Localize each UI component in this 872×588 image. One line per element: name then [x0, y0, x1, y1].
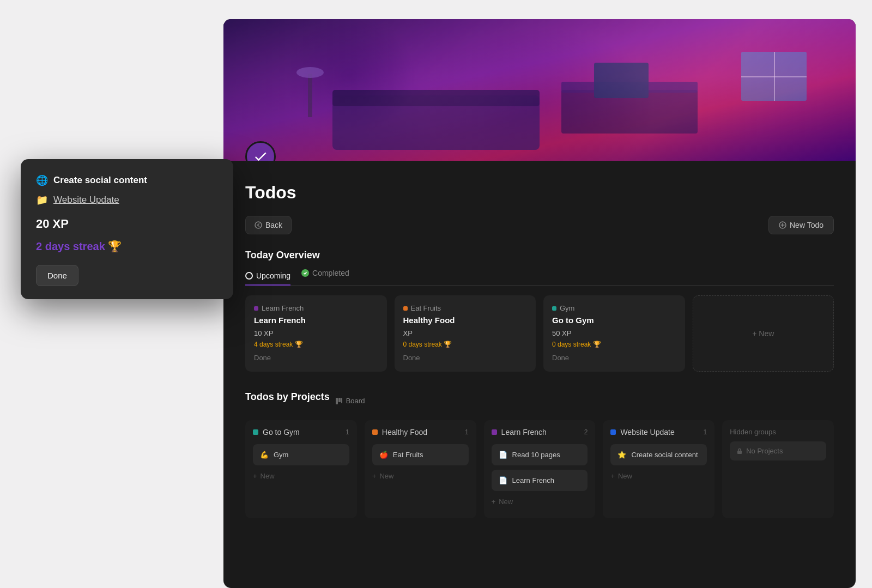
popup-streak: 2 days streak 🏆 — [36, 240, 218, 253]
lock-icon — [736, 448, 743, 454]
card2-status: Done — [403, 354, 528, 362]
col-french-dot — [492, 429, 497, 435]
learn-french-item[interactable]: 📄 Learn French — [492, 470, 588, 491]
content-area: Todos Back New Todo Today Overview — [223, 161, 856, 535]
popup-done-label: Done — [47, 271, 67, 280]
add-food-icon: + — [372, 472, 377, 480]
read-pages-label: Read 10 pages — [512, 451, 560, 459]
add-food-label: New — [379, 472, 393, 480]
col-food-dot — [372, 429, 378, 435]
completed-tab-icon — [301, 269, 309, 277]
popup-folder-name: Website Update — [53, 195, 119, 205]
social-content-label: Create social content — [631, 451, 698, 459]
project-col-gym: Go to Gym 1 💪 Gym + New — [245, 420, 357, 518]
card3-title: Go to Gym — [552, 316, 676, 325]
projects-section: Todos by Projects Board — [245, 391, 834, 518]
svg-rect-16 — [341, 398, 342, 403]
learn-french-label: Learn French — [512, 476, 554, 484]
col-website-header: Website Update 1 — [610, 428, 707, 437]
completed-tab-label: Completed — [312, 269, 349, 277]
projects-columns: Go to Gym 1 💪 Gym + New — [245, 420, 834, 518]
card3-cat-dot — [552, 306, 556, 311]
tab-upcoming[interactable]: Upcoming — [245, 269, 290, 286]
add-french-label: New — [499, 498, 513, 506]
card3-category: Gym — [552, 304, 676, 312]
gym-item[interactable]: 💪 Gym — [253, 444, 349, 465]
hidden-col-title: Hidden groups — [730, 428, 826, 436]
board-toggle[interactable]: Board — [335, 397, 365, 405]
svg-point-11 — [296, 67, 324, 78]
today-card-1[interactable]: Learn French Learn French 10 XP 4 days s… — [245, 295, 387, 372]
tabs-row: Upcoming Completed — [245, 269, 834, 286]
popup-folder-line: 📁 Website Update — [36, 194, 218, 206]
card1-status: Done — [254, 354, 378, 362]
popup-folder-icon: 📁 — [36, 194, 48, 206]
col-french-count: 2 — [584, 428, 588, 436]
col-gym-count: 1 — [346, 428, 349, 436]
hidden-groups-col: Hidden groups No Projects — [722, 420, 834, 518]
svg-rect-17 — [737, 451, 742, 454]
add-gym-icon: + — [253, 472, 257, 480]
popup-project-icon: 🌐 — [36, 174, 48, 186]
col-website-title: Website Update — [610, 428, 674, 437]
popup-done-button[interactable]: Done — [36, 265, 78, 286]
no-projects-label: No Projects — [746, 447, 783, 455]
add-french-icon: + — [492, 498, 496, 506]
food-item-label: Eat Fruits — [393, 451, 423, 459]
project-col-food: Healthy Food 1 🍎 Eat Fruits + New — [365, 420, 476, 518]
page-title: Todos — [245, 183, 834, 203]
read-pages-item[interactable]: 📄 Read 10 pages — [492, 444, 588, 465]
card3-streak: 0 days streak 🏆 — [552, 341, 676, 348]
projects-title: Todos by Projects — [245, 391, 330, 403]
today-card-2[interactable]: Eat Fruits Healthy Food XP 0 days streak… — [395, 295, 536, 372]
card3-status: Done — [552, 354, 676, 362]
upcoming-tab-label: Upcoming — [256, 271, 290, 280]
card2-xp: XP — [403, 329, 528, 337]
fruits-icon: 🍎 — [379, 451, 389, 459]
col-food-count: 1 — [465, 428, 469, 436]
card2-cat-dot — [403, 306, 408, 311]
popup-project-name: Create social content — [53, 175, 147, 186]
add-website-label: New — [618, 472, 632, 480]
back-label: Back — [265, 221, 282, 229]
back-icon — [255, 221, 262, 229]
board-label: Board — [346, 397, 365, 405]
today-overview-title: Today Overview — [245, 250, 834, 261]
project-col-french: Learn French 2 📄 Read 10 pages 📄 Learn F… — [484, 420, 596, 518]
dumbbell-icon: 💪 — [259, 451, 269, 459]
popup-project-line: 🌐 Create social content — [36, 174, 218, 186]
card3-xp: 50 XP — [552, 329, 676, 337]
add-gym-item[interactable]: + New — [253, 470, 349, 482]
star-icon: ⭐ — [617, 451, 627, 459]
social-content-item[interactable]: ⭐ Create social content — [610, 444, 707, 465]
tab-completed[interactable]: Completed — [301, 269, 349, 280]
popup-xp: 20 XP — [36, 217, 218, 231]
col-gym-title: Go to Gym — [253, 428, 300, 437]
card1-cat-dot — [254, 306, 258, 311]
page-icon-2: 📄 — [498, 477, 508, 484]
svg-rect-14 — [336, 398, 338, 404]
food-item[interactable]: 🍎 Eat Fruits — [372, 444, 469, 465]
svg-point-12 — [255, 222, 262, 228]
col-gym-dot — [253, 429, 258, 435]
today-card-3[interactable]: Gym Go to Gym 50 XP 0 days streak 🏆 Done — [543, 295, 685, 372]
new-todo-button[interactable]: New Todo — [768, 216, 834, 234]
no-projects-item: No Projects — [730, 441, 826, 460]
card1-title: Learn French — [254, 316, 378, 325]
col-food-title: Healthy Food — [372, 428, 427, 437]
add-today-card[interactable]: + New — [693, 295, 834, 372]
toolbar: Back New Todo — [245, 216, 834, 234]
upcoming-tab-icon — [245, 272, 253, 280]
plus-circle-icon — [779, 221, 786, 229]
card2-title: Healthy Food — [403, 316, 528, 325]
add-food-item[interactable]: + New — [372, 470, 469, 482]
add-website-item[interactable]: + New — [610, 470, 707, 482]
card2-streak: 0 days streak 🏆 — [403, 341, 528, 348]
today-cards-row: Learn French Learn French 10 XP 4 days s… — [245, 295, 834, 372]
back-button[interactable]: Back — [245, 216, 292, 234]
card1-category: Learn French — [254, 304, 378, 312]
board-icon — [335, 397, 343, 405]
svg-rect-9 — [741, 76, 807, 77]
add-french-item[interactable]: + New — [492, 495, 588, 508]
svg-rect-6 — [594, 63, 649, 98]
